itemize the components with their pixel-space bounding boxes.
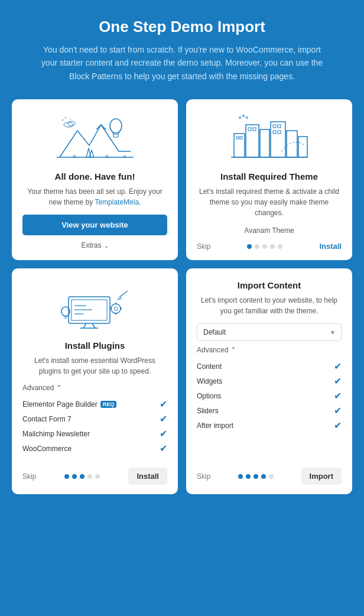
svg-marker-1	[86, 148, 91, 157]
dot-4	[270, 244, 275, 249]
card3-advanced-label: Advanced	[22, 384, 54, 392]
card2-illustration	[197, 111, 342, 164]
content-item-widgets: Widgets ✔	[197, 374, 342, 388]
dropdown-wrapper: Default ▼	[197, 323, 342, 341]
card4-title: Import Content	[197, 280, 342, 290]
svg-point-11	[70, 118, 71, 119]
card1-illustration	[22, 111, 167, 164]
svg-point-42	[114, 307, 118, 310]
card3-advanced-toggle[interactable]: Advanced ⌃	[22, 384, 167, 392]
dot4-1	[238, 474, 243, 479]
card4-import-button[interactable]: Import	[301, 468, 342, 485]
check-sliders-icon: ✔	[334, 405, 342, 416]
svg-point-41	[111, 304, 121, 313]
svg-line-50	[120, 291, 128, 297]
card-install-theme: Install Required Theme Let's install req…	[186, 99, 352, 260]
svg-rect-28	[278, 131, 281, 134]
templatemela-link[interactable]: TemplateMela	[95, 198, 139, 206]
content-list: Content ✔ Widgets ✔ Options ✔ Sliders ✔ …	[197, 359, 342, 433]
svg-point-32	[246, 116, 248, 118]
content-item-content: Content ✔	[197, 359, 342, 374]
svg-rect-25	[273, 125, 276, 128]
check-afterimport-icon: ✔	[334, 420, 342, 431]
card2-install-button[interactable]: Install	[319, 242, 342, 251]
card2-footer: Skip Install	[197, 236, 342, 251]
svg-rect-21	[236, 137, 239, 139]
plugin-list: Elementor Page Builder REQ ✔ Contact For…	[22, 397, 167, 456]
dot4-5	[269, 474, 274, 479]
svg-rect-23	[248, 128, 251, 131]
view-website-button[interactable]: View your website	[22, 215, 167, 235]
svg-point-8	[68, 121, 75, 126]
card3-skip-button[interactable]: Skip	[22, 472, 36, 481]
content-item-sliders: Sliders ✔	[197, 403, 342, 418]
card1-title: All done. Have fun!	[22, 171, 167, 181]
svg-rect-20	[298, 137, 307, 157]
svg-rect-19	[287, 131, 297, 157]
svg-line-36	[92, 323, 95, 328]
page-description: You don't need to start from scratch. If…	[34, 43, 330, 83]
card2-dots	[247, 244, 282, 249]
card4-advanced-label: Advanced	[197, 346, 228, 354]
card3-illustration	[22, 280, 167, 333]
card1-description: Your theme has been all set up. Enjoy yo…	[22, 186, 167, 208]
check-widgets-icon: ✔	[334, 375, 342, 387]
dot3-1	[64, 474, 69, 479]
card4-advanced-chevron-icon: ⌃	[230, 346, 236, 354]
card4-skip-button[interactable]: Skip	[197, 472, 210, 481]
check-woocommerce-icon: ✔	[160, 443, 167, 454]
card2-theme-name: Avanam Theme	[197, 225, 342, 236]
check-contactform-icon: ✔	[160, 413, 167, 424]
card-import-content: Import Content Let's import content to y…	[186, 268, 352, 494]
dot3-3	[80, 474, 84, 479]
extras-chevron-icon: ⌄	[104, 242, 109, 249]
req-badge: REQ	[100, 401, 117, 408]
svg-rect-6	[113, 134, 118, 137]
dot-2	[255, 244, 259, 249]
dot4-4	[261, 474, 266, 479]
dot3-2	[72, 474, 77, 479]
card4-footer: Skip Import	[197, 462, 342, 485]
svg-point-31	[242, 115, 244, 116]
card3-advanced-chevron-icon: ⌃	[56, 384, 62, 392]
card3-footer: Skip Install	[22, 462, 167, 485]
plugin-item-elementor: Elementor Page Builder REQ ✔	[22, 397, 167, 411]
plugin-item-contactform: Contact Form 7 ✔	[22, 411, 167, 426]
card4-dots	[238, 474, 274, 479]
card3-dots	[64, 474, 100, 479]
svg-marker-51	[118, 297, 122, 300]
card3-title: Install Plugins	[22, 341, 167, 351]
card4-advanced-toggle[interactable]: Advanced ⌃	[197, 346, 342, 354]
svg-rect-17	[260, 129, 269, 157]
card4-description: Let's import content to your website, to…	[197, 295, 342, 316]
card2-title: Install Required Theme	[197, 171, 342, 181]
dot-5	[278, 244, 282, 249]
check-content-icon: ✔	[334, 361, 342, 372]
check-mailchimp-icon: ✔	[160, 428, 167, 439]
card3-description: Let's install some essential WordPress p…	[22, 355, 167, 377]
check-options-icon: ✔	[334, 390, 342, 401]
svg-point-10	[65, 117, 66, 118]
page-header: One Step Demo Import You don't need to s…	[12, 18, 352, 83]
svg-point-30	[239, 116, 240, 118]
plugin-item-mailchimp: Mailchimp Newsletter ✔	[22, 426, 167, 441]
svg-rect-22	[240, 137, 242, 139]
svg-rect-16	[246, 125, 259, 157]
dot-1	[247, 244, 252, 249]
cards-grid: All done. Have fun! Your theme has been …	[12, 99, 352, 494]
card-all-done: All done. Have fun! Your theme has been …	[12, 99, 178, 260]
dot3-5	[95, 474, 100, 479]
content-dropdown[interactable]: Default	[197, 323, 342, 341]
svg-rect-27	[273, 131, 276, 134]
svg-rect-26	[278, 125, 281, 128]
svg-rect-15	[234, 134, 245, 157]
svg-line-35	[83, 323, 86, 328]
dot4-3	[254, 474, 258, 479]
dot3-4	[87, 474, 92, 479]
extras-toggle[interactable]: Extras ⌄	[22, 241, 167, 249]
check-elementor-icon: ✔	[160, 398, 167, 410]
content-item-afterimport: After import ✔	[197, 418, 342, 433]
card3-install-button[interactable]: Install	[128, 468, 167, 485]
svg-rect-24	[253, 128, 256, 131]
card2-skip-button[interactable]: Skip	[197, 242, 210, 251]
